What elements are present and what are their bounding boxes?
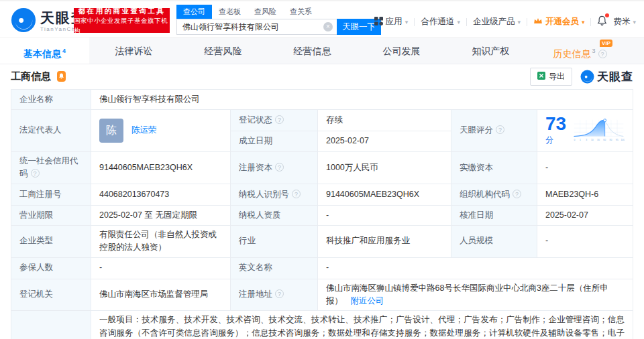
term-value: 2025-02-07 至 无固定期限	[91, 205, 231, 225]
credit-code-label: 统一社会信用代码?	[11, 152, 91, 184]
search-tab-relation[interactable]: 查关系	[283, 5, 319, 19]
tianyancha-watermark: 天眼查	[580, 69, 633, 84]
business-scope-label: 经营范围?	[11, 311, 91, 339]
term-label: 营业期限	[11, 205, 91, 225]
table-row: 工商注册号 440682013670473 纳税人识别号? 91440605MA…	[11, 184, 633, 205]
search-tabs: 查公司 查老板 查风险 查关系	[176, 5, 381, 19]
address-label: 注册地址?	[231, 279, 318, 311]
svg-text:0: 0	[574, 139, 576, 141]
help-icon[interactable]: ?	[275, 115, 284, 124]
svg-text:80: 80	[610, 139, 612, 141]
table-row: 营业期限 2025-02-07 至 无固定期限 纳税人资质 - 核准日期 202…	[11, 205, 633, 225]
username: 费米	[613, 16, 630, 27]
clear-icon[interactable]: ×	[323, 22, 333, 31]
search-tab-risk[interactable]: 查风险	[248, 5, 283, 19]
legal-rep-link[interactable]: 陈运荣	[131, 124, 157, 137]
table-row: 企业名称 佛山领行智享科技有限公司	[11, 90, 633, 110]
taxpayer-quality-label: 纳税人资质	[231, 205, 318, 225]
watermark-logo-icon	[580, 70, 594, 84]
section-title: 工商信息	[11, 70, 51, 83]
nearby-companies-link[interactable]: 附近公司	[350, 296, 384, 306]
menu-apps-label: 应用	[386, 16, 402, 27]
tab-business-info[interactable]: 经营信息	[268, 38, 357, 64]
menu-cooperation-label: 合作通道	[421, 16, 454, 27]
tab-company-development[interactable]: 公司发展	[357, 38, 446, 64]
approval-date-value: 2025-02-07	[537, 205, 633, 225]
help-icon[interactable]: ?	[292, 190, 301, 198]
company-name-value: 佛山领行智享科技有限公司	[91, 90, 633, 110]
org-code-label: 组织机构代码?	[451, 184, 537, 205]
menu-vip[interactable]: 开通会员 ▾	[533, 16, 585, 27]
section-header: 工商信息 导出 天眼查	[0, 64, 644, 89]
vip-badge: VIP	[600, 40, 612, 47]
reg-status-label: 登记状态?	[231, 110, 318, 131]
table-row: 企业类型 有限责任公司（非自然人投资或控股的法人独资） 行业 科技推广和应用服务…	[11, 225, 633, 257]
table-row: 登记机关 佛山市南海区市场监督管理局 注册地址? 佛山市南海区狮山镇博爱中路68…	[11, 279, 633, 311]
score-unit: 分	[545, 135, 553, 145]
menu-vip-label: 开通会员	[545, 16, 579, 27]
tab-basic-info[interactable]: 基本信息4	[0, 38, 89, 64]
search-tab-company[interactable]: 查公司	[176, 5, 212, 19]
search-input[interactable]	[176, 19, 337, 35]
chevron-down-icon: ▾	[517, 19, 521, 25]
staff-size-value: -	[537, 225, 633, 257]
help-icon[interactable]: ?	[275, 289, 284, 298]
reg-status-value: 存续	[318, 110, 451, 131]
slogan-line2: 国家中小企业发展子基金旗下机构	[74, 16, 170, 36]
chevron-down-icon: ▾	[457, 19, 460, 25]
help-icon[interactable]: ?	[513, 190, 521, 198]
menu-apps[interactable]: 应用 ▾	[374, 16, 409, 27]
company-type-value: 有限责任公司（非自然人投资或控股的法人独资）	[91, 225, 231, 257]
establish-date-label: 成立日期	[231, 131, 318, 152]
notification-bell-icon[interactable]	[597, 15, 607, 28]
company-type-label: 企业类型	[11, 225, 91, 257]
company-name-label: 企业名称	[11, 90, 91, 110]
svg-text:30: 30	[597, 139, 600, 141]
table-row: 法定代表人 陈 陈运荣 登记状态? 存续 天眼评分? 73分	[11, 110, 633, 131]
help-icon[interactable]: ?	[31, 169, 40, 178]
export-button[interactable]: 导出	[530, 68, 572, 86]
score-cell[interactable]: 73分	[537, 110, 633, 152]
tab-intellectual-property[interactable]: 知识产权	[446, 38, 535, 64]
score-value: 73	[545, 113, 566, 134]
slogan-line1: 都在用的商业查询工具	[78, 5, 166, 16]
top-menu: 应用 ▾ 合作通道 ▾ 企业级产品 ▾ 开通会员 ▾	[374, 15, 636, 28]
reg-capital-value: 1000万人民币	[318, 152, 451, 184]
svg-text:100: 100	[621, 139, 625, 141]
org-code-value: MAEB23QH-6	[537, 184, 633, 205]
table-row: 统一社会信用代码? 91440605MAEB23QH6X 注册资本? 1000万…	[11, 152, 633, 184]
business-info-table: 企业名称 佛山领行智享科技有限公司 法定代表人 陈 陈运荣 登记状态? 存续 天…	[11, 89, 633, 339]
tab-legal-litigation[interactable]: 法律诉讼	[89, 38, 178, 64]
approval-date-label: 核准日期	[451, 205, 537, 225]
search-area: 查公司 查老板 查风险 查关系 × 天眼一下	[176, 5, 381, 35]
reg-authority-label: 登记机关	[11, 279, 91, 311]
menu-user[interactable]: 费米 ▾	[613, 16, 636, 27]
menu-cooperation[interactable]: 合作通道 ▾	[421, 16, 460, 27]
watermark-label: 天眼查	[597, 69, 633, 84]
industry-value: 科技推广和应用服务业	[318, 225, 451, 257]
paid-capital-value: -	[537, 152, 633, 184]
help-icon[interactable]: ?	[496, 125, 504, 134]
top-header: 天眼查 TianYanCha.com 都在用的商业查询工具 国家中小企业发展子基…	[0, 0, 644, 38]
chevron-down-icon: ▾	[582, 19, 585, 25]
apps-grid-icon	[374, 17, 383, 27]
menu-enterprise[interactable]: 企业级产品 ▾	[473, 16, 521, 27]
search-tab-boss[interactable]: 查老板	[212, 5, 248, 19]
avatar[interactable]: 陈	[99, 119, 123, 143]
table-row: 经营范围? 一般项目：技术服务、技术开发、技术咨询、技术交流、技术转让、技术推广…	[11, 311, 633, 339]
menu-divider	[527, 18, 527, 26]
help-icon[interactable]: ?	[275, 163, 284, 172]
notification-dot	[605, 13, 609, 17]
svg-text:1: 1	[580, 139, 581, 141]
tab-history-info[interactable]: VIP 历史信息3?	[535, 38, 625, 64]
reg-number-label: 工商注册号	[11, 184, 91, 205]
menu-divider	[466, 18, 467, 26]
address-cell: 佛山市南海区狮山镇博爱中路68号长华国际商业中心北商3座二十层（住所申报） 附近…	[318, 279, 633, 311]
help-icon[interactable]: ?	[598, 50, 607, 58]
menu-divider	[414, 18, 415, 26]
chevron-down-icon: ▾	[633, 19, 636, 25]
taxpayer-quality-value: -	[318, 205, 451, 225]
announcement-bell-icon[interactable]	[56, 71, 67, 82]
tab-count-badge: 3	[592, 48, 595, 54]
tab-business-risk[interactable]: 经营风险	[178, 38, 268, 64]
